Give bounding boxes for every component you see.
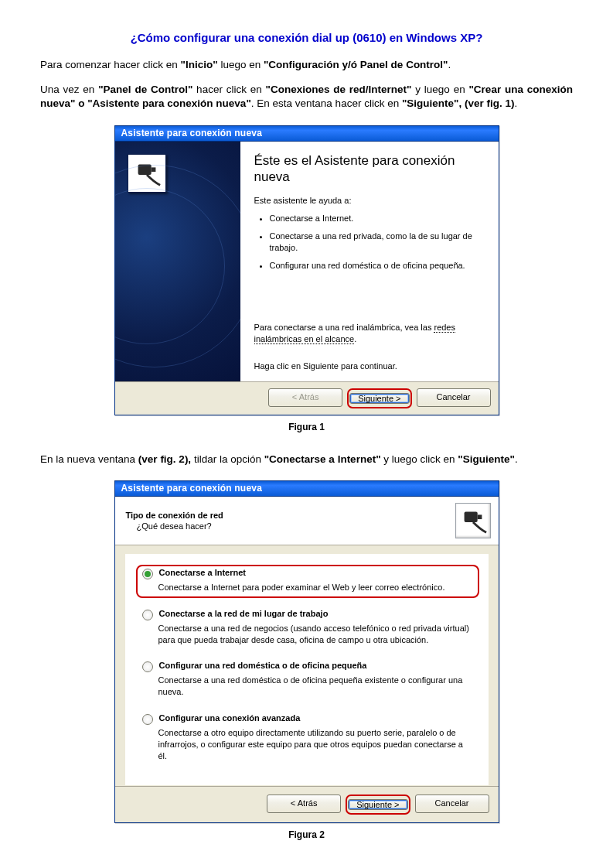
connector-icon — [455, 503, 491, 538]
option-advanced-connection[interactable]: Configurar una conexión avanzada Conecta… — [136, 710, 479, 767]
option-title: Conectarse a la red de mi lugar de traba… — [159, 609, 329, 618]
text: Para conectarse a una red inalámbrica, v… — [254, 323, 434, 332]
option-description: Conectarse a Internet para poder examina… — [158, 582, 473, 593]
option-description: Conectarse a otro equipo directamente ut… — [158, 727, 473, 762]
subheader-sub: ¿Qué desea hacer? — [137, 521, 223, 531]
figure-caption-1: Figura 1 — [40, 422, 573, 432]
cancel-button[interactable]: Cancelar — [417, 388, 491, 407]
connector-icon — [128, 154, 166, 193]
page-title: ¿Cómo configurar una conexión dial up (0… — [40, 31, 573, 44]
text: En la nueva ventana — [40, 453, 138, 465]
wizard-sidebar-graphic — [115, 142, 240, 381]
wizard-window-fig2: Asistente para conexión nueva Tipo de co… — [114, 480, 499, 823]
svg-rect-1 — [151, 167, 155, 172]
svg-rect-0 — [138, 164, 151, 174]
text: Una vez en — [40, 84, 98, 95]
button-bar: < Atrás Siguiente > Cancelar — [115, 786, 499, 822]
option-home-network[interactable]: Configurar una red doméstica o de oficin… — [136, 658, 479, 702]
paragraph-2: Una vez en "Panel de Control" hacer clic… — [40, 83, 573, 111]
window-titlebar: Asistente para conexión nueva — [115, 126, 499, 142]
text: . — [354, 334, 356, 343]
continue-text: Haga clic en Siguiente para continuar. — [254, 361, 482, 371]
text-bold: (ver fig. 2), — [138, 453, 191, 465]
cancel-button[interactable]: Cancelar — [415, 795, 489, 813]
option-connect-internet[interactable]: Conectarse a Internet Conectarse a Inter… — [136, 565, 479, 598]
paragraph-1: Para comenzar hacer click en "Inicio" lu… — [40, 58, 573, 72]
highlight-ring: Siguiente > — [346, 795, 410, 815]
wireless-note: Para conectarse a una red inalámbrica, v… — [254, 322, 482, 346]
radio-icon[interactable] — [142, 714, 153, 725]
option-connect-workplace[interactable]: Conectarse a la red de mi lugar de traba… — [136, 606, 479, 651]
text: Para comenzar hacer click en — [40, 59, 181, 70]
button-bar: < Atrás Siguiente > Cancelar — [115, 381, 499, 415]
radio-icon[interactable] — [142, 610, 153, 620]
option-title: Configurar una conexión avanzada — [159, 713, 301, 723]
text: hacer click en — [192, 84, 265, 95]
paragraph-3: En la nueva ventana (ver fig. 2), tildar… — [40, 453, 573, 466]
text-bold: "Conexiones de red/Internet" — [266, 84, 412, 95]
text-bold: "Configuración y/ó Panel de Control" — [264, 59, 448, 70]
next-button[interactable]: Siguiente > — [349, 393, 409, 404]
text: y luego en — [411, 84, 468, 95]
text: . — [515, 453, 518, 465]
bullet-item: Conectarse a Internet. — [270, 213, 482, 224]
text: . — [515, 97, 518, 109]
window-titlebar: Asistente para conexión nueva — [115, 481, 499, 497]
wizard-subheader: Tipo de conexión de red ¿Qué desea hacer… — [115, 497, 499, 545]
svg-rect-2 — [464, 511, 477, 521]
subheader-title: Tipo de conexión de red — [126, 511, 223, 520]
text: y luego click en — [381, 453, 458, 465]
option-description: Conectarse a una red doméstica o de ofic… — [158, 675, 473, 698]
wizard-window-fig1: Asistente para conexión nueva Éste es el… — [114, 125, 499, 415]
text: . — [448, 59, 451, 70]
text-bold: "Conectarse a Internet" — [264, 453, 381, 465]
radio-icon[interactable] — [142, 569, 153, 579]
bullet-item: Conectarse a una red privada, como la de… — [270, 231, 482, 254]
wizard-lead-text: Este asistente le ayuda a: — [254, 196, 482, 205]
svg-rect-3 — [477, 514, 482, 519]
highlight-ring: Siguiente > — [347, 388, 411, 408]
text-bold: "Siguiente", (ver fig. 1) — [402, 97, 515, 109]
radio-icon[interactable] — [142, 661, 153, 672]
wizard-main-panel: Éste es el Asistente para conexión nueva… — [240, 142, 499, 381]
bullet-item: Configurar una red doméstica o de oficin… — [270, 260, 482, 272]
option-title: Configurar una red doméstica o de oficin… — [159, 661, 367, 670]
option-title: Conectarse a Internet — [159, 568, 246, 577]
options-panel: Conectarse a Internet Conectarse a Inter… — [124, 553, 489, 786]
text-bold: "Inicio" — [181, 59, 218, 70]
text: luego en — [218, 59, 264, 70]
text: . En esta ventana hacer click en — [251, 97, 402, 109]
text: tildar la opción — [191, 453, 264, 465]
back-button: < Atrás — [268, 388, 342, 407]
option-description: Conectarse a una red de negocios (usando… — [158, 623, 473, 646]
text-bold: "Siguiente" — [458, 453, 515, 465]
next-button[interactable]: Siguiente > — [348, 799, 407, 810]
text-bold: "Panel de Control" — [98, 84, 192, 95]
wizard-heading: Éste es el Asistente para conexión nueva — [254, 152, 482, 186]
figure-caption-2: Figura 2 — [40, 829, 573, 840]
back-button[interactable]: < Atrás — [267, 795, 341, 813]
